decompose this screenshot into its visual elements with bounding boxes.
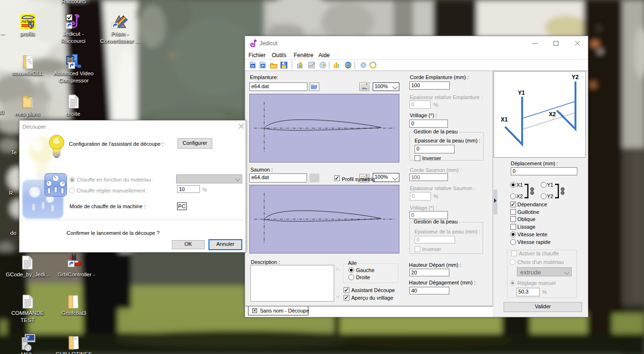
- svg-text:X2: X2: [549, 111, 556, 118]
- svg-text:D: D: [251, 64, 254, 68]
- svg-text:Y1: Y1: [518, 90, 525, 96]
- svg-text:X1: X1: [501, 116, 508, 123]
- svg-text:P: P: [261, 64, 264, 68]
- svg-text:Y2: Y2: [572, 74, 579, 81]
